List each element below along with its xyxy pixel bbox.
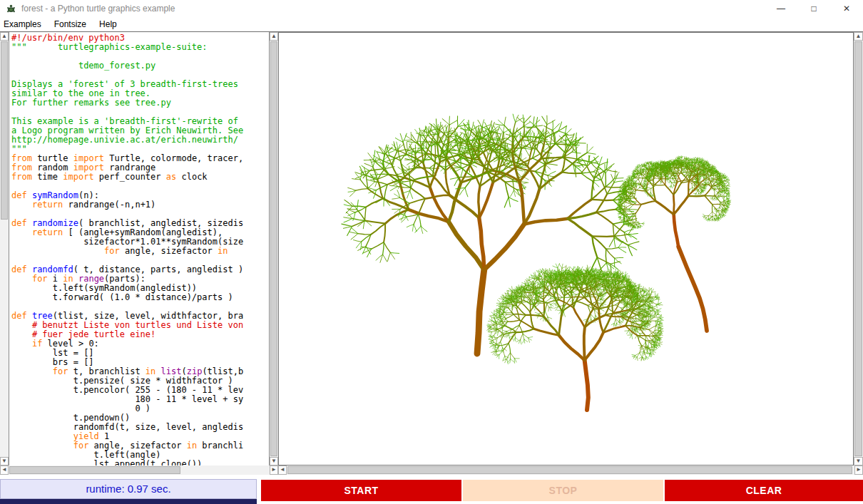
menu-examples[interactable]: Examples (0, 18, 48, 31)
code-line: from time import perf_counter as clock (11, 173, 269, 182)
window-controls: — □ ✕ (765, 0, 863, 17)
scroll-right-icon[interactable]: ► (854, 466, 863, 475)
bottom-bar: runtime: 0.97 sec. START STOP CLEAR (0, 475, 863, 504)
app-window: forest - a Python turtle graphics exampl… (0, 0, 863, 504)
scroll-down-icon[interactable]: ▼ (270, 457, 278, 466)
scroll-up-icon[interactable]: ▲ (854, 32, 863, 41)
stop-button: STOP (463, 480, 663, 501)
clear-button[interactable]: CLEAR (665, 480, 863, 501)
scroll-left-icon[interactable]: ◄ (0, 466, 9, 475)
code-hscrollbar[interactable]: ◄ ► (0, 466, 278, 475)
canvas-hscrollbar-thumb[interactable] (287, 466, 852, 474)
menubar: Examples Fontsize Help (0, 17, 863, 31)
code-vscrollbar[interactable]: ▲ ▼ (0, 32, 9, 466)
turtle-app-icon (6, 4, 16, 14)
close-icon[interactable]: ✕ (830, 0, 863, 17)
scroll-right-icon[interactable]: ► (270, 466, 278, 475)
secondary-vscrollbar-thumb[interactable] (270, 41, 277, 456)
main-area: ▲ ▼ #!/usr/bin/env python3""" turtlegrap… (0, 31, 863, 466)
menu-fontsize[interactable]: Fontsize (48, 18, 93, 31)
code-line: for angle, sizefactor in (11, 247, 269, 256)
code-line: tdemo_forest.py (11, 61, 269, 71)
code-hscrollbar-thumb[interactable] (9, 466, 180, 474)
turtle-canvas (279, 33, 853, 465)
code-line: lst.append(t.clone()) (11, 460, 269, 466)
titlebar: forest - a Python turtle graphics exampl… (0, 0, 863, 17)
code-line: t.forward( (1.0 * distance)/parts ) (11, 293, 269, 302)
status-strip (0, 499, 257, 504)
code-line: return randrange(-n,n+1) (11, 200, 269, 210)
code-line: http://homepage.univie.ac.at/erich.neuwi… (11, 135, 269, 145)
secondary-vscrollbar[interactable]: ▲ ▼ (270, 32, 278, 466)
runtime-status: runtime: 0.97 sec. (0, 479, 257, 499)
scroll-up-icon[interactable]: ▲ (270, 32, 278, 41)
scroll-left-icon[interactable]: ◄ (278, 466, 287, 475)
menu-help[interactable]: Help (93, 18, 123, 31)
canvas-vscrollbar[interactable]: ▲ ▼ (854, 32, 863, 466)
canvas-hscrollbar[interactable]: ◄ ► (278, 466, 863, 475)
code-text[interactable]: #!/usr/bin/env python3""" turtlegraphics… (9, 32, 270, 466)
minimize-icon[interactable]: — (765, 0, 797, 17)
canvas-vscrollbar-thumb[interactable] (854, 41, 862, 456)
start-button[interactable]: START (261, 480, 461, 501)
scroll-down-icon[interactable]: ▼ (854, 457, 863, 466)
window-title: forest - a Python turtle graphics exampl… (21, 4, 175, 14)
code-line: For further remarks see tree.py (11, 98, 269, 108)
graphics-pane (278, 32, 854, 466)
scroll-up-icon[interactable]: ▲ (0, 32, 9, 41)
scroll-down-icon[interactable]: ▼ (0, 457, 9, 466)
code-line: """ turtlegraphics-example-suite: (11, 43, 269, 52)
maximize-icon[interactable]: □ (797, 0, 830, 17)
code-vscrollbar-thumb[interactable] (1, 41, 8, 220)
